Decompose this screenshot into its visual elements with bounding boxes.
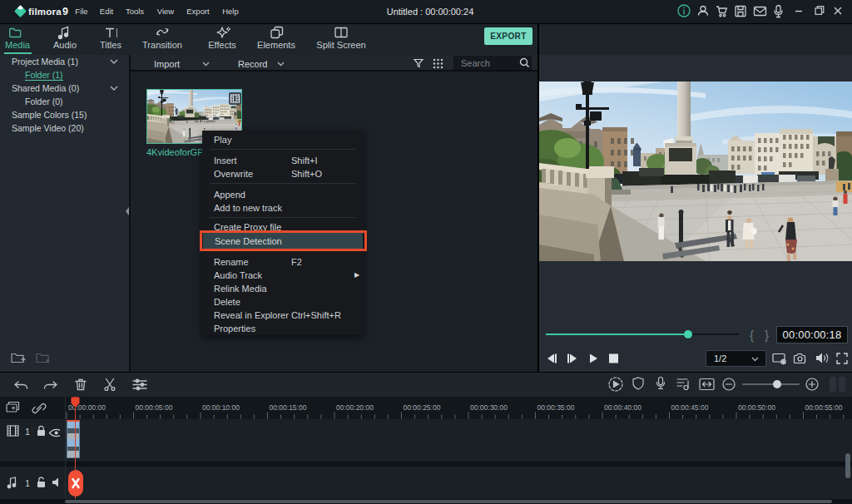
svg-text:1: 1 (25, 427, 30, 437)
svg-text:1: 1 (25, 478, 30, 488)
